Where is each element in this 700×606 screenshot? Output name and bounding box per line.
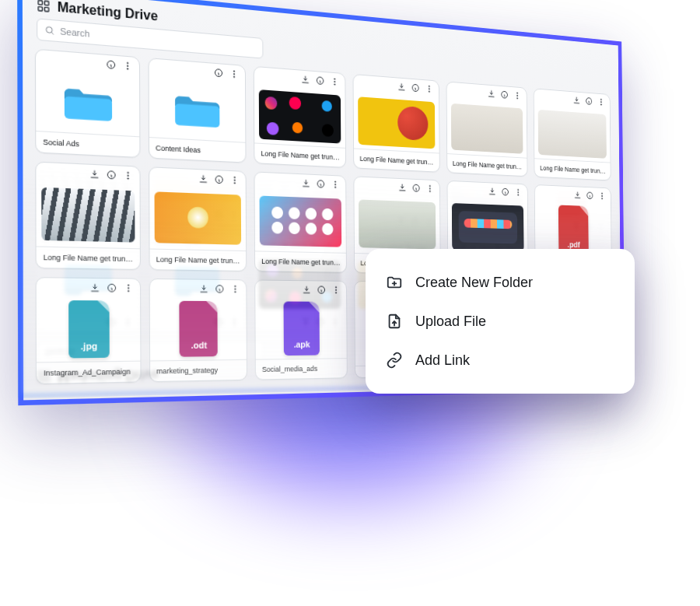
info-icon[interactable] [585,222,593,232]
svg-point-94 [334,324,336,326]
svg-point-91 [234,319,236,321]
info-icon[interactable] [584,125,593,136]
svg-rect-81 [39,371,43,375]
grid-card[interactable]: Long File Name get truncat... [147,120,246,226]
download-icon[interactable] [300,212,310,223]
download-icon[interactable] [486,118,495,129]
grid-card[interactable]: .odtmarketing_strategy [147,9,245,118]
file-upload-icon [386,313,403,330]
svg-point-116 [233,212,235,214]
file-ext: .apk [291,52,307,63]
more-icon[interactable] [596,126,604,136]
svg-point-135 [126,100,128,101]
info-icon[interactable] [410,113,419,124]
svg-point-138 [233,110,235,111]
download-icon[interactable] [198,99,208,110]
grid-card[interactable]: .apkSocial_media_ads [252,19,345,124]
svg-point-124 [428,219,429,220]
file-tile: .odt [177,37,215,95]
more-icon[interactable] [513,219,523,229]
info-icon[interactable] [106,205,117,218]
svg-point-147 [427,120,428,121]
more-icon[interactable] [329,107,339,119]
card-label: Content Ideas [149,233,245,255]
info-icon[interactable] [215,316,226,328]
more-icon[interactable] [122,93,134,106]
info-icon[interactable] [315,107,325,118]
grid-card[interactable]: Long File Name get truncat... [254,234,346,332]
info-icon[interactable] [106,316,117,328]
more-icon[interactable] [424,114,433,125]
thumbnail [450,163,522,212]
svg-point-122 [428,224,429,226]
info-icon[interactable] [105,93,117,105]
svg-point-140 [233,104,235,106]
thumbnail [258,153,340,205]
info-icon[interactable] [214,208,225,220]
folder-plus-icon [386,274,403,291]
info-icon[interactable] [316,316,326,327]
more-icon[interactable] [513,120,522,131]
grid-card[interactable] [352,28,439,130]
svg-point-148 [427,117,428,119]
thumbnail [357,158,434,208]
svg-point-136 [126,97,128,99]
more-icon[interactable] [330,213,340,224]
download-icon[interactable] [572,221,581,231]
download-icon[interactable] [487,218,496,229]
file-ext: .odt [189,44,205,54]
download-icon[interactable] [198,208,209,220]
download-icon[interactable] [300,106,310,117]
context-menu[interactable]: Create New Folder Upload File Add Link [366,249,635,394]
grid-card[interactable]: .jpgInstagram_Ad_Campaign [34,0,139,111]
grid-card[interactable]: Long File Name get truncat... [352,132,439,231]
grid-card[interactable]: Content Ideas [148,231,247,332]
svg-point-119 [334,219,335,220]
more-icon[interactable] [331,316,341,327]
info-icon[interactable] [500,219,509,229]
grid-card[interactable]: .pdfAd_campaign_report [533,143,611,236]
more-icon[interactable] [425,216,434,227]
download-icon[interactable] [301,316,311,327]
grid-card[interactable]: Long File Name get truncat... [34,114,139,223]
download-icon[interactable] [89,91,100,103]
svg-point-95 [334,321,336,323]
grid-card[interactable]: Long File Name get truncat... [445,138,527,234]
info-icon[interactable] [499,119,509,130]
more-icon[interactable] [229,209,240,221]
svg-point-144 [333,110,334,112]
ctx-create-folder[interactable]: Create New Folder [372,263,628,302]
info-icon[interactable] [411,215,421,226]
more-icon[interactable] [597,222,606,232]
grid-card[interactable]: Long File Name get truncat... [253,126,345,229]
card-label: Long File Name get truncat... [254,235,345,257]
file-ext: .jpg [79,34,96,46]
download-icon[interactable] [396,112,406,123]
ctx-upload-file[interactable]: Upload File [372,302,628,341]
grid-card[interactable] [444,37,526,135]
grid-card[interactable]: Social Ads [35,229,140,333]
svg-point-112 [127,209,128,211]
grid-card[interactable]: Yo [531,45,608,141]
ctx-add-link[interactable]: Add Link [372,341,628,380]
svg-point-131 [600,227,601,229]
more-icon[interactable] [230,316,241,328]
svg-rect-82 [45,371,49,375]
thumbnail [40,142,134,198]
more-icon[interactable] [122,205,134,217]
download-icon[interactable] [397,215,407,226]
svg-rect-79 [39,377,43,381]
download-icon[interactable] [572,124,580,135]
more-icon[interactable] [123,316,135,328]
file-tile: .jpg [67,26,107,86]
svg-point-120 [334,215,335,217]
download-icon[interactable] [89,205,100,217]
svg-point-151 [516,125,516,127]
more-icon[interactable] [229,101,240,113]
info-icon[interactable] [315,212,325,224]
svg-point-152 [516,123,516,124]
info-icon[interactable] [213,100,224,111]
ctx-label: Add Link [415,352,470,369]
svg-point-110 [127,215,128,216]
svg-point-85 [127,322,128,324]
